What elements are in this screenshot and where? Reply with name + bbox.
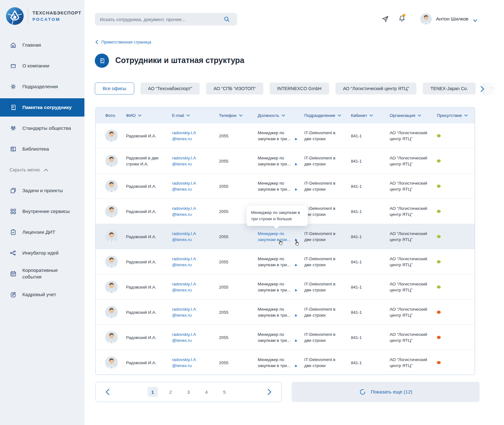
- email-link[interactable]: radovskiy.I.A: [172, 331, 196, 337]
- email-link[interactable]: radovskiy.I.A: [172, 180, 196, 186]
- email-link[interactable]: radovskiy.I.A: [172, 306, 196, 312]
- employee-avatar[interactable]: [105, 281, 118, 293]
- search-input[interactable]: [95, 13, 237, 26]
- email-link[interactable]: @tenex.ru: [172, 262, 196, 268]
- email-link[interactable]: @tenex.ru: [172, 363, 196, 369]
- email-link[interactable]: @tenex.ru: [172, 136, 196, 142]
- email-link[interactable]: @tenex.ru: [172, 337, 196, 343]
- sort-chevron-icon[interactable]: [464, 114, 468, 117]
- email-link[interactable]: radovskiy.I.A: [172, 256, 196, 262]
- email-link[interactable]: radovskiy.I.A: [172, 357, 196, 363]
- email-link[interactable]: @tenex.ru: [172, 237, 196, 243]
- pagination-page[interactable]: 3: [184, 387, 194, 397]
- phone-cell: 2055: [219, 123, 228, 148]
- sidebar-item[interactable]: Внутренние сервисы: [0, 201, 84, 222]
- table-row[interactable]: Радовский И.А.radovskiy.I.A@tenex.ru2055…: [96, 174, 475, 199]
- pagination-page[interactable]: 4: [202, 387, 212, 397]
- search-icon[interactable]: [223, 16, 230, 23]
- table-row[interactable]: Радовский И.А.radovskiy.I.A@tenex.ru2055…: [96, 249, 475, 274]
- pagination-page[interactable]: 1: [148, 387, 158, 397]
- office-filter-chip[interactable]: INTERNEXCO GmbH: [270, 83, 329, 95]
- show-more-button[interactable]: Показать еще (12): [292, 382, 480, 402]
- pagination-page[interactable]: 2: [166, 387, 176, 397]
- email-link[interactable]: @tenex.ru: [172, 186, 196, 192]
- email-link[interactable]: @tenex.ru: [172, 287, 196, 293]
- table-row[interactable]: Радовский в двестроки И.А.radovskiy.I.A@…: [96, 148, 475, 174]
- employee-avatar[interactable]: [105, 129, 118, 142]
- employee-avatar[interactable]: [105, 155, 118, 167]
- cabinet-cell: 841-1: [351, 350, 362, 375]
- sidebar-item[interactable]: Стандарты общества: [0, 118, 84, 139]
- office-filter-chip[interactable]: Все офисы: [95, 83, 134, 95]
- sidebar-item[interactable]: Инкубатор идей: [0, 243, 84, 263]
- office-filter-chip[interactable]: АО “Техснабэкспорт”: [140, 83, 200, 95]
- column-header-label: Присутствие: [437, 113, 462, 118]
- expand-position-icon[interactable]: [294, 314, 297, 317]
- department-cell: IT-Delevoment вдве строки: [304, 224, 335, 249]
- sort-chevron-icon[interactable]: [239, 114, 243, 117]
- table-row[interactable]: Радовский И.А.radovskiy.I.A@tenex.ru2055…: [96, 123, 475, 148]
- sidebar-item[interactable]: Библиотека: [0, 139, 84, 159]
- expand-position-icon[interactable]: [294, 163, 297, 165]
- pagination-next-icon[interactable]: [267, 388, 272, 395]
- user-name[interactable]: Антон Шилков: [436, 16, 468, 22]
- sort-chevron-icon[interactable]: [369, 114, 373, 117]
- pagination-page[interactable]: 5: [220, 387, 230, 397]
- table-row[interactable]: Радовский И.А.radovskiy.I.A@tenex.ru2055…: [96, 350, 475, 375]
- chips-scroll-right-icon[interactable]: [480, 86, 485, 92]
- company-icon: [9, 62, 17, 70]
- sort-chevron-icon[interactable]: [138, 114, 141, 117]
- employee-avatar[interactable]: [105, 230, 118, 243]
- employee-avatar[interactable]: [105, 180, 118, 192]
- sidebar-item[interactable]: Корпоративные события: [0, 263, 84, 284]
- employee-avatar[interactable]: [105, 356, 118, 369]
- breadcrumb[interactable]: Приветственная страница: [95, 40, 151, 44]
- email-link[interactable]: @tenex.ru: [172, 312, 196, 318]
- company-logo[interactable]: ТЕХСНАБЭКСПОРТ РОСАТОМ: [6, 7, 81, 25]
- sidebar-item[interactable]: Кадровый учет: [0, 284, 84, 305]
- expand-position-icon[interactable]: [294, 289, 297, 291]
- office-filter-chip[interactable]: TENEX-Japan Co.: [423, 83, 475, 95]
- expand-position-icon[interactable]: [294, 188, 297, 191]
- expand-position-icon[interactable]: [294, 339, 297, 342]
- email-link[interactable]: @tenex.ru: [172, 161, 196, 167]
- user-avatar[interactable]: [420, 13, 432, 25]
- office-filter-chip[interactable]: TENEX: [482, 83, 504, 95]
- employee-avatar[interactable]: [105, 306, 118, 319]
- sort-chevron-icon[interactable]: [418, 114, 421, 117]
- sort-chevron-icon[interactable]: [186, 114, 190, 117]
- email-link[interactable]: @tenex.ru: [172, 211, 196, 217]
- email-link[interactable]: radovskiy.I.A: [172, 281, 196, 287]
- clipboard-check-icon: [9, 228, 17, 236]
- email-link[interactable]: radovskiy.I.A: [172, 205, 196, 211]
- sidebar-item-label: Памятка сотруднику: [22, 104, 72, 111]
- employee-avatar[interactable]: [105, 331, 118, 344]
- sidebar-item[interactable]: Задачи и проекты: [0, 180, 84, 201]
- table-row[interactable]: Радовский И.А.radovskiy.I.A@tenex.ru2055…: [96, 300, 475, 325]
- employee-avatar[interactable]: [105, 205, 118, 218]
- expand-position-icon[interactable]: [294, 364, 297, 367]
- employee-avatar[interactable]: [105, 256, 118, 268]
- position-truncated-text[interactable]: закупкам в три...: [258, 237, 290, 243]
- pagination-prev-icon[interactable]: [105, 388, 110, 395]
- table-row[interactable]: Радовский И.А.radovskiy.I.A@tenex.ru2055…: [96, 224, 475, 249]
- send-icon[interactable]: [381, 15, 389, 23]
- expand-position-icon[interactable]: [294, 263, 297, 266]
- email-link[interactable]: radovskiy.I.A: [172, 231, 196, 237]
- sidebar-item[interactable]: Лицензии ДИТ: [0, 222, 84, 243]
- sort-chevron-icon[interactable]: [338, 114, 341, 117]
- sidebar-item[interactable]: Памятка сотруднику: [0, 98, 84, 117]
- sort-chevron-icon[interactable]: [282, 114, 285, 117]
- table-row[interactable]: Радовский И.А.radovskiy.I.A@tenex.ru2055…: [96, 274, 475, 300]
- email-link[interactable]: radovskiy.I.A: [172, 130, 196, 136]
- expand-position-icon[interactable]: [294, 137, 297, 140]
- sidebar-item[interactable]: Главная: [0, 35, 84, 55]
- office-filter-chip[interactable]: АО “СПБ “ИЗОТОП”: [206, 83, 263, 95]
- email-link[interactable]: radovskiy.I.A: [172, 155, 196, 161]
- sidebar-item[interactable]: Подразделения: [0, 76, 84, 97]
- table-row[interactable]: Радовский И.А.radovskiy.I.A@tenex.ru2055…: [96, 325, 475, 350]
- chevron-down-icon[interactable]: [473, 18, 477, 20]
- sidebar-item[interactable]: О компании: [0, 55, 84, 76]
- office-filter-chip[interactable]: АО “Логистический центр ЯТЦ”: [335, 83, 417, 95]
- hide-menu-button[interactable]: Скрыть меню: [0, 159, 84, 180]
